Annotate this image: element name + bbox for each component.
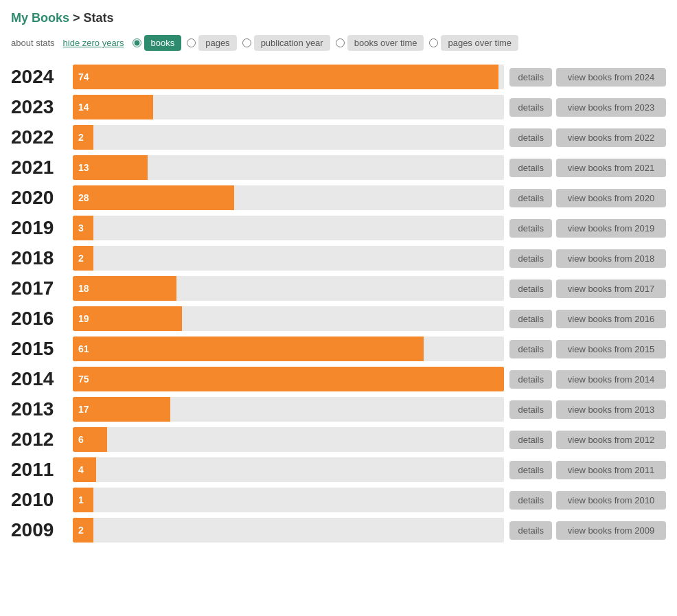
view-button-2020[interactable]: view books from 2020 [556, 189, 666, 207]
details-button-2009[interactable]: details [509, 521, 552, 540]
year-label-2016: 2016 [11, 309, 73, 328]
year-label-2018: 2018 [11, 249, 73, 268]
year-label-2010: 2010 [11, 490, 73, 510]
chart-row: 20114detailsview books from 2011 [11, 456, 666, 483]
details-button-2019[interactable]: details [509, 219, 552, 238]
view-button-2022[interactable]: view books from 2022 [556, 128, 666, 147]
details-button-2015[interactable]: details [509, 340, 552, 358]
view-button-2011[interactable]: view books from 2011 [556, 461, 666, 479]
bar-area-2016: 19 [73, 306, 504, 331]
details-button-2018[interactable]: details [509, 249, 552, 268]
radio-option-books_over_time[interactable]: books over time [336, 35, 424, 51]
radio-label-books_over_time[interactable]: books over time [347, 35, 424, 51]
radio-label-pages_over_time[interactable]: pages over time [441, 35, 518, 51]
details-button-2021[interactable]: details [509, 159, 552, 177]
chart-row: 20101detailsview books from 2010 [11, 486, 666, 514]
bar-value-2018: 2 [78, 253, 84, 264]
chart-row: 202113detailsview books from 2021 [11, 154, 666, 181]
details-button-2022[interactable]: details [509, 128, 552, 147]
bar-fill-2017: 18 [73, 276, 176, 301]
bar-area-2020: 28 [73, 185, 504, 210]
view-button-2017[interactable]: view books from 2017 [556, 280, 666, 298]
bar-value-2017: 18 [78, 283, 89, 294]
year-label-2015: 2015 [11, 339, 73, 358]
bar-area-2024: 74 [73, 65, 504, 89]
details-button-2023[interactable]: details [509, 98, 552, 117]
year-label-2024: 2024 [11, 67, 73, 87]
year-label-2012: 2012 [11, 430, 73, 449]
year-label-2023: 2023 [11, 98, 73, 117]
radio-label-publication_year[interactable]: publication year [254, 35, 330, 51]
view-button-2018[interactable]: view books from 2018 [556, 249, 666, 268]
radio-input-pages[interactable] [187, 38, 196, 47]
bar-area-2009: 2 [73, 518, 504, 543]
bar-fill-2012: 6 [73, 427, 107, 452]
bar-fill-2019: 3 [73, 216, 93, 240]
view-button-2021[interactable]: view books from 2021 [556, 159, 666, 177]
bar-fill-2009: 2 [73, 518, 93, 543]
chart-row: 202028detailsview books from 2020 [11, 184, 666, 212]
chart-row: 20222detailsview books from 2022 [11, 124, 666, 151]
details-button-2013[interactable]: details [509, 400, 552, 419]
bar-fill-2016: 19 [73, 306, 182, 331]
bar-area-2015: 61 [73, 336, 504, 361]
view-button-2016[interactable]: view books from 2016 [556, 310, 666, 328]
year-label-2021: 2021 [11, 158, 73, 177]
bar-area-2023: 14 [73, 95, 504, 119]
bar-area-2017: 18 [73, 276, 504, 301]
radio-option-books[interactable]: books [133, 35, 182, 51]
view-button-2012[interactable]: view books from 2012 [556, 431, 666, 449]
bar-area-2022: 2 [73, 125, 504, 150]
year-label-2019: 2019 [11, 218, 73, 238]
bar-fill-2023: 14 [73, 95, 153, 119]
year-label-2022: 2022 [11, 128, 73, 147]
view-button-2014[interactable]: view books from 2014 [556, 370, 666, 389]
details-button-2012[interactable]: details [509, 431, 552, 449]
details-button-2014[interactable]: details [509, 370, 552, 389]
view-button-2019[interactable]: view books from 2019 [556, 219, 666, 238]
details-button-2016[interactable]: details [509, 310, 552, 328]
details-button-2020[interactable]: details [509, 189, 552, 207]
bar-fill-2020: 28 [73, 185, 234, 210]
radio-input-pages_over_time[interactable] [429, 38, 438, 47]
details-button-2024[interactable]: details [509, 68, 552, 87]
bar-value-2009: 2 [78, 525, 84, 536]
bar-value-2011: 4 [78, 464, 84, 475]
chart-row: 202474detailsview books from 2024 [11, 63, 666, 91]
radio-input-books_over_time[interactable] [336, 38, 345, 47]
radio-option-publication_year[interactable]: publication year [242, 35, 330, 51]
breadcrumb-link[interactable]: My Books [11, 11, 69, 25]
view-button-2010[interactable]: view books from 2010 [556, 491, 666, 510]
chart-row: 201475detailsview books from 2014 [11, 365, 666, 393]
view-button-2013[interactable]: view books from 2013 [556, 400, 666, 419]
chart-row: 201561detailsview books from 2015 [11, 335, 666, 363]
view-button-2024[interactable]: view books from 2024 [556, 68, 666, 87]
chart-row: 201619detailsview books from 2016 [11, 305, 666, 332]
bar-fill-2011: 4 [73, 457, 96, 482]
hide-zero-link[interactable]: hide zero years [63, 38, 124, 48]
breadcrumb-separator: > [73, 11, 84, 25]
chart-row: 20193detailsview books from 2019 [11, 214, 666, 242]
radio-group: bookspagespublication yearbooks over tim… [133, 35, 518, 51]
bar-value-2012: 6 [78, 434, 84, 445]
bar-area-2010: 1 [73, 488, 504, 512]
radio-option-pages_over_time[interactable]: pages over time [429, 35, 518, 51]
view-button-2015[interactable]: view books from 2015 [556, 340, 666, 358]
year-label-2017: 2017 [11, 279, 73, 298]
bar-value-2010: 1 [78, 494, 84, 505]
details-button-2011[interactable]: details [509, 461, 552, 479]
details-button-2017[interactable]: details [509, 280, 552, 298]
year-label-2020: 2020 [11, 188, 73, 207]
radio-input-publication_year[interactable] [242, 38, 251, 47]
details-button-2010[interactable]: details [509, 491, 552, 510]
radio-input-books[interactable] [133, 38, 141, 47]
view-button-2023[interactable]: view books from 2023 [556, 98, 666, 117]
bar-fill-2021: 13 [73, 155, 148, 180]
radio-option-pages[interactable]: pages [187, 35, 236, 51]
bar-fill-2015: 61 [73, 336, 424, 361]
year-label-2014: 2014 [11, 369, 73, 389]
radio-label-books[interactable]: books [144, 35, 182, 51]
radio-label-pages[interactable]: pages [198, 35, 236, 51]
bar-area-2019: 3 [73, 216, 504, 240]
view-button-2009[interactable]: view books from 2009 [556, 521, 666, 540]
